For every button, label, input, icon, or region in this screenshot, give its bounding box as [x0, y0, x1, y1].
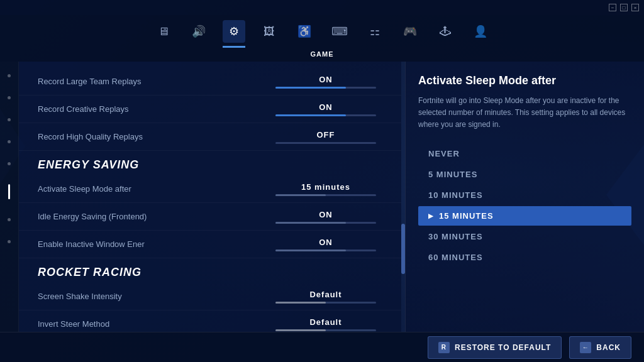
back-icon: ← — [580, 342, 591, 353]
setting-row-record-large-team[interactable]: Record Large Team Replays ON — [19, 68, 401, 96]
setting-value-record-hq: OFF — [317, 130, 335, 140]
nav-accessibility-icon[interactable]: ♿ — [293, 20, 316, 43]
setting-value-container-inactive-window: ON — [263, 238, 389, 251]
setting-label-record-hq: Record High Quality Replays — [38, 132, 263, 141]
nav-display-icon[interactable]: 🖼 — [258, 20, 280, 43]
option-60min[interactable]: 60 MINUTES — [418, 248, 631, 267]
setting-bar-sleep-mode — [275, 194, 376, 196]
option-5min[interactable]: 5 MINUTES — [418, 165, 631, 184]
sidebar-dot-1 — [8, 74, 11, 77]
setting-value-container-screen-shake: Default — [263, 290, 389, 304]
nav-controller-icon[interactable]: 🕹 — [434, 20, 457, 43]
setting-value-container-invert-steer: Default — [263, 317, 389, 331]
setting-bar-inactive-window — [275, 250, 376, 251]
setting-bar-screen-shake — [275, 302, 376, 304]
setting-row-sleep-mode[interactable]: Activate Sleep Mode after 15 minutes — [19, 175, 401, 203]
close-button[interactable]: × — [631, 4, 639, 11]
setting-value-record-large-team: ON — [319, 75, 333, 84]
setting-value-sleep-mode: 15 minutes — [301, 182, 350, 192]
options-list: NEVER 5 MINUTES 10 MINUTES 15 MINUTES 30… — [418, 144, 631, 267]
sidebar-dot-active — [8, 184, 10, 199]
nav-keyboard-icon[interactable]: ⌨ — [328, 20, 351, 43]
nav-game-icon[interactable]: ⚙ — [223, 20, 245, 43]
sidebar-dot-7 — [8, 218, 11, 221]
sidebar — [0, 62, 19, 332]
setting-value-invert-steer: Default — [309, 317, 341, 327]
setting-bar-invert-steer — [275, 329, 376, 331]
detail-description: Fortnite will go into Sleep Mode after y… — [418, 95, 631, 131]
bottom-bar: R RESTORE TO DEFAULT ← BACK — [0, 332, 644, 362]
setting-value-idle-energy: ON — [319, 210, 333, 219]
setting-label-record-large-team: Record Large Team Replays — [38, 77, 263, 86]
sidebar-dot-3 — [8, 118, 11, 121]
section-energy-saving: ENERGY SAVING — [19, 151, 401, 175]
setting-value-record-creative: ON — [319, 102, 333, 112]
maximize-button[interactable]: □ — [620, 4, 628, 11]
setting-label-inactive-window: Enable Inactive Window Ener — [38, 239, 263, 249]
setting-value-container-idle-energy: ON — [263, 210, 389, 224]
option-15min[interactable]: 15 MINUTES — [418, 206, 631, 226]
option-never[interactable]: NEVER — [418, 144, 631, 163]
setting-label-record-creative: Record Creative Replays — [38, 104, 263, 114]
sidebar-dot-2 — [8, 96, 11, 99]
setting-bar-record-creative — [275, 114, 376, 116]
minimize-button[interactable]: − — [609, 4, 616, 11]
nav-user-icon[interactable]: 👤 — [469, 20, 492, 43]
settings-panel[interactable]: Record Large Team Replays ON Record Crea… — [19, 62, 401, 332]
setting-row-idle-energy[interactable]: Idle Energy Saving (Frontend) ON — [19, 203, 401, 231]
option-30min[interactable]: 30 MINUTES — [418, 227, 631, 246]
setting-label-screen-shake: Screen Shake Intensity — [38, 292, 263, 301]
sidebar-dot-4 — [8, 140, 11, 143]
sidebar-dot-8 — [8, 240, 11, 243]
setting-value-container-record-creative: ON — [263, 102, 389, 116]
setting-bar-record-large-team — [275, 87, 376, 89]
titlebar: − □ × — [0, 0, 644, 15]
setting-value-container-record-hq: OFF — [263, 130, 389, 144]
detail-title: Activate Sleep Mode after — [418, 74, 631, 87]
nav-racing-icon[interactable]: 🎮 — [399, 20, 421, 43]
nav-active-label: GAME — [311, 48, 334, 62]
nav-grid-icon[interactable]: ⚏ — [364, 20, 386, 43]
section-rocket-racing: ROCKET RACING — [19, 258, 401, 283]
setting-row-inactive-window[interactable]: Enable Inactive Window Ener ON — [19, 231, 401, 258]
setting-label-invert-steer: Invert Steer Method — [38, 319, 263, 329]
detail-panel: Activate Sleep Mode after Fortnite will … — [405, 62, 644, 332]
setting-row-screen-shake[interactable]: Screen Shake Intensity Default — [19, 283, 401, 310]
main-window: − □ × 🖥 🔊 ⚙ 🖼 ♿ ⌨ ⚏ 🎮 🕹 👤 GAME — [0, 0, 644, 362]
option-10min[interactable]: 10 MINUTES — [418, 185, 631, 205]
setting-row-record-creative[interactable]: Record Creative Replays ON — [19, 96, 401, 123]
setting-bar-idle-energy — [275, 222, 376, 224]
setting-value-container-sleep-mode: 15 minutes — [263, 182, 389, 196]
setting-value-screen-shake: Default — [309, 290, 341, 299]
setting-row-invert-steer[interactable]: Invert Steer Method Default — [19, 310, 401, 332]
setting-label-idle-energy: Idle Energy Saving (Frontend) — [38, 212, 263, 221]
setting-row-record-hq[interactable]: Record High Quality Replays OFF — [19, 123, 401, 151]
setting-bar-record-hq — [275, 142, 376, 144]
restore-default-button[interactable]: R RESTORE TO DEFAULT — [428, 336, 562, 359]
sidebar-dot-5 — [8, 162, 11, 165]
section-title-rocket-racing: ROCKET RACING — [38, 266, 142, 278]
nav-icons: 🖥 🔊 ⚙ 🖼 ♿ ⌨ ⚏ 🎮 🕹 👤 — [152, 20, 492, 48]
nav-audio-icon[interactable]: 🔊 — [187, 20, 210, 43]
scrollbar-thumb[interactable] — [401, 224, 405, 274]
restore-label: RESTORE TO DEFAULT — [455, 343, 551, 352]
back-button[interactable]: ← BACK — [569, 336, 631, 359]
main-content: Record Large Team Replays ON Record Crea… — [0, 62, 644, 332]
setting-label-sleep-mode: Activate Sleep Mode after — [38, 184, 263, 194]
back-label: BACK — [596, 343, 621, 352]
setting-value-container-record-large-team: ON — [263, 75, 389, 89]
scrollbar[interactable] — [401, 62, 405, 332]
nav-monitor-icon[interactable]: 🖥 — [152, 20, 175, 43]
restore-icon: R — [438, 342, 450, 353]
navbar: 🖥 🔊 ⚙ 🖼 ♿ ⌨ ⚏ 🎮 🕹 👤 GAME — [0, 15, 644, 62]
setting-value-inactive-window: ON — [319, 238, 333, 247]
section-title-energy-saving: ENERGY SAVING — [38, 158, 139, 171]
